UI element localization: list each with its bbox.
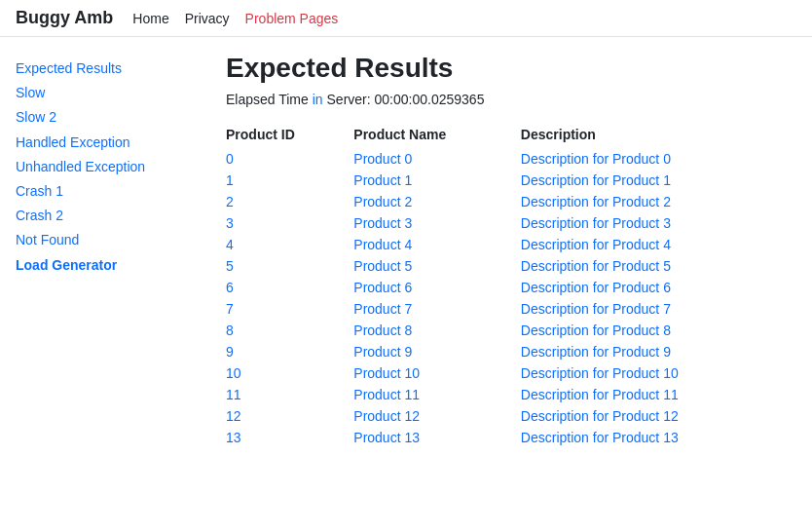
table-row: 11Product 11Description for Product 11 [226, 384, 796, 405]
cell-product-name: Product 6 [353, 277, 521, 298]
nav-links: Home Privacy Problem Pages [132, 11, 338, 26]
products-table: Product ID Product Name Description 0Pro… [226, 123, 796, 448]
cell-product-id: 9 [226, 341, 353, 362]
cell-product-name: Product 11 [353, 384, 521, 405]
elapsed-in: in [313, 92, 327, 107]
elapsed-value: 00:00:00.0259365 [375, 92, 485, 107]
col-description: Description [521, 123, 796, 148]
sidebar-link-crash2[interactable]: Crash 2 [16, 204, 210, 228]
cell-product-id: 3 [226, 212, 353, 234]
sidebar-link-unhandled-exception[interactable]: Unhandled Exception [16, 155, 210, 179]
table-row: 10Product 10Description for Product 10 [226, 362, 796, 384]
table-row: 12Product 12Description for Product 12 [226, 405, 796, 427]
sidebar-link-expected-results[interactable]: Expected Results [16, 57, 210, 81]
cell-product-id: 8 [226, 320, 353, 341]
cell-description: Description for Product 6 [521, 277, 796, 298]
cell-product-name: Product 3 [353, 212, 521, 234]
cell-description: Description for Product 7 [521, 298, 796, 320]
navbar: Buggy Amb Home Privacy Problem Pages [0, 0, 812, 37]
cell-product-name: Product 2 [353, 191, 521, 212]
table-row: 5Product 5Description for Product 5 [226, 255, 796, 277]
sidebar-link-slow[interactable]: Slow [16, 81, 210, 105]
table-row: 9Product 9Description for Product 9 [226, 341, 796, 362]
table-header-row: Product ID Product Name Description [226, 123, 796, 148]
cell-description: Description for Product 9 [521, 341, 796, 362]
cell-description: Description for Product 12 [521, 405, 796, 427]
table-row: 0Product 0Description for Product 0 [226, 148, 796, 170]
table-row: 8Product 8Description for Product 8 [226, 320, 796, 341]
elapsed-server: Server: [327, 92, 375, 107]
cell-description: Description for Product 13 [521, 427, 796, 448]
cell-product-name: Product 1 [353, 170, 521, 191]
cell-product-id: 6 [226, 277, 353, 298]
cell-product-name: Product 13 [353, 427, 521, 448]
cell-description: Description for Product 8 [521, 320, 796, 341]
cell-product-id: 13 [226, 427, 353, 448]
col-product-name: Product Name [353, 123, 521, 148]
cell-product-id: 7 [226, 298, 353, 320]
cell-product-name: Product 5 [353, 255, 521, 277]
cell-product-id: 4 [226, 234, 353, 255]
cell-product-id: 11 [226, 384, 353, 405]
cell-description: Description for Product 3 [521, 212, 796, 234]
cell-product-name: Product 12 [353, 405, 521, 427]
cell-product-id: 5 [226, 255, 353, 277]
cell-product-id: 0 [226, 148, 353, 170]
nav-link-problem-pages[interactable]: Problem Pages [245, 11, 339, 26]
table-row: 1Product 1Description for Product 1 [226, 170, 796, 191]
navbar-brand[interactable]: Buggy Amb [16, 8, 113, 28]
page-layout: Expected Results Slow Slow 2 Handled Exc… [0, 37, 812, 464]
main-content: Expected Results Elapsed Time in Server:… [210, 53, 796, 448]
table-row: 7Product 7Description for Product 7 [226, 298, 796, 320]
cell-product-name: Product 0 [353, 148, 521, 170]
nav-link-privacy[interactable]: Privacy [185, 11, 230, 26]
sidebar-link-handled-exception[interactable]: Handled Exception [16, 131, 210, 155]
cell-description: Description for Product 2 [521, 191, 796, 212]
cell-description: Description for Product 1 [521, 170, 796, 191]
cell-description: Description for Product 0 [521, 148, 796, 170]
sidebar-link-load-generator[interactable]: Load Generator [16, 253, 210, 278]
cell-product-id: 1 [226, 170, 353, 191]
cell-description: Description for Product 11 [521, 384, 796, 405]
nav-link-home[interactable]: Home [132, 11, 168, 26]
elapsed-time: Elapsed Time in Server: 00:00:00.0259365 [226, 92, 796, 107]
cell-product-name: Product 8 [353, 320, 521, 341]
cell-product-id: 10 [226, 362, 353, 384]
elapsed-label: Elapsed Time [226, 92, 313, 107]
page-title: Expected Results [226, 53, 796, 84]
sidebar: Expected Results Slow Slow 2 Handled Exc… [16, 53, 210, 448]
table-row: 2Product 2Description for Product 2 [226, 191, 796, 212]
table-row: 13Product 13Description for Product 13 [226, 427, 796, 448]
cell-product-name: Product 10 [353, 362, 521, 384]
col-product-id: Product ID [226, 123, 353, 148]
table-row: 6Product 6Description for Product 6 [226, 277, 796, 298]
sidebar-link-crash1[interactable]: Crash 1 [16, 179, 210, 204]
sidebar-link-slow2[interactable]: Slow 2 [16, 105, 210, 130]
cell-product-name: Product 7 [353, 298, 521, 320]
cell-product-id: 2 [226, 191, 353, 212]
cell-product-id: 12 [226, 405, 353, 427]
table-row: 4Product 4Description for Product 4 [226, 234, 796, 255]
cell-description: Description for Product 5 [521, 255, 796, 277]
cell-description: Description for Product 4 [521, 234, 796, 255]
sidebar-link-not-found[interactable]: Not Found [16, 228, 210, 252]
cell-description: Description for Product 10 [521, 362, 796, 384]
cell-product-name: Product 9 [353, 341, 521, 362]
table-row: 3Product 3Description for Product 3 [226, 212, 796, 234]
cell-product-name: Product 4 [353, 234, 521, 255]
